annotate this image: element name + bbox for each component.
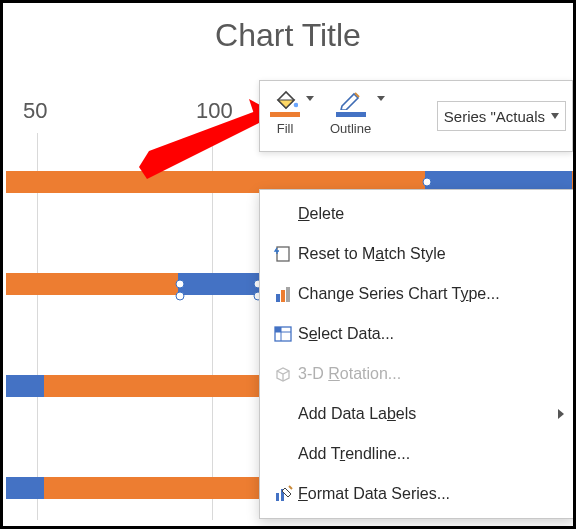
selection-handle[interactable] (423, 178, 432, 187)
chevron-down-icon[interactable] (377, 96, 385, 101)
svg-rect-4 (276, 294, 280, 302)
bar-actuals[interactable] (6, 375, 44, 397)
paint-bucket-icon (272, 88, 298, 110)
chevron-right-icon (558, 409, 564, 419)
menu-change-chart-type[interactable]: Change Series Chart Type... (260, 274, 574, 314)
svg-rect-10 (275, 327, 281, 332)
chart-area: Chart Title 50 100 Fill (0, 0, 576, 529)
outline-label: Outline (330, 121, 371, 136)
menu-format-data-series[interactable]: Format Data Series... (260, 474, 574, 514)
menu-label: Format Data Series... (298, 485, 564, 503)
cube-icon (268, 364, 298, 384)
fill-color-swatch (270, 112, 300, 117)
chevron-down-icon[interactable] (306, 96, 314, 101)
svg-rect-5 (281, 290, 285, 302)
axis-tick-50: 50 (23, 98, 47, 124)
chart-type-icon (268, 284, 298, 304)
select-data-icon (268, 324, 298, 344)
chart-title[interactable]: Chart Title (3, 17, 573, 54)
bar-actuals[interactable] (6, 477, 44, 499)
menu-add-data-labels[interactable]: Add Data Labels (260, 394, 574, 434)
bar-actuals[interactable] (178, 273, 260, 295)
menu-reset-style[interactable]: Reset to Match Style (260, 234, 574, 274)
format-series-icon (268, 484, 298, 504)
svg-rect-11 (276, 493, 279, 501)
chevron-down-icon (551, 113, 559, 119)
selection-handle[interactable] (176, 280, 185, 289)
svg-rect-6 (286, 287, 290, 302)
outline-color-swatch (336, 112, 366, 117)
fill-label: Fill (277, 121, 294, 136)
menu-label: 3-D Rotation... (298, 365, 564, 383)
menu-label: Reset to Match Style (298, 245, 564, 263)
outline-button[interactable]: Outline (326, 86, 375, 146)
reset-icon (268, 244, 298, 264)
pencil-icon (338, 88, 364, 110)
series-picker[interactable]: Series "Actuals (437, 101, 566, 131)
menu-delete[interactable]: Delete (260, 194, 574, 234)
menu-label: Add Data Labels (298, 405, 558, 423)
menu-label: Select Data... (298, 325, 564, 343)
axis-tick-100: 100 (196, 98, 233, 124)
context-menu: Delete Reset to Match Style Change Serie… (259, 189, 575, 519)
series-picker-label: Series "Actuals (444, 108, 545, 125)
menu-label: Add Trendline... (298, 445, 564, 463)
menu-label: Change Series Chart Type... (298, 285, 564, 303)
fill-button[interactable]: Fill (266, 86, 304, 146)
menu-add-trendline[interactable]: Add Trendline... (260, 434, 574, 474)
svg-point-2 (294, 103, 298, 108)
mini-toolbar: Fill Outline Series "Actuals (259, 80, 573, 152)
svg-rect-3 (277, 247, 289, 261)
selection-handle[interactable] (176, 292, 185, 301)
menu-select-data[interactable]: Select Data... (260, 314, 574, 354)
menu-3d-rotation: 3-D Rotation... (260, 354, 574, 394)
